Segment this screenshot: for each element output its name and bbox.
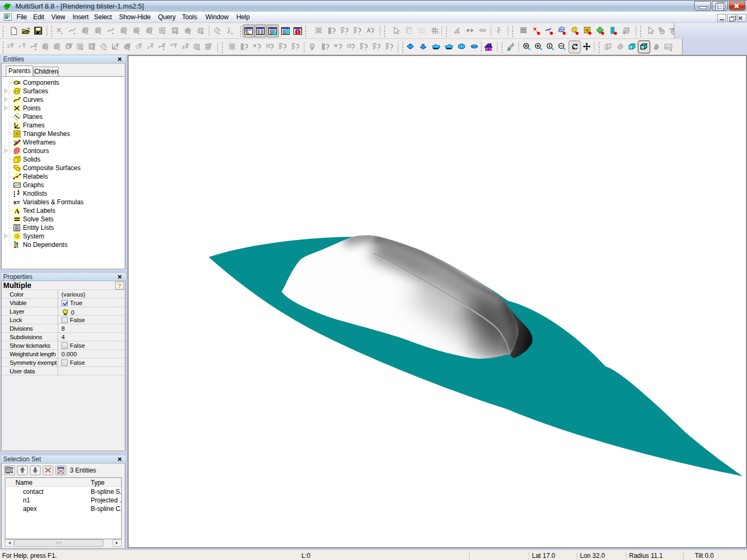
svg-text:1/: 1/ [7, 43, 11, 49]
svg-text:A: A [14, 207, 20, 215]
svg-text:x=: x= [13, 199, 20, 205]
